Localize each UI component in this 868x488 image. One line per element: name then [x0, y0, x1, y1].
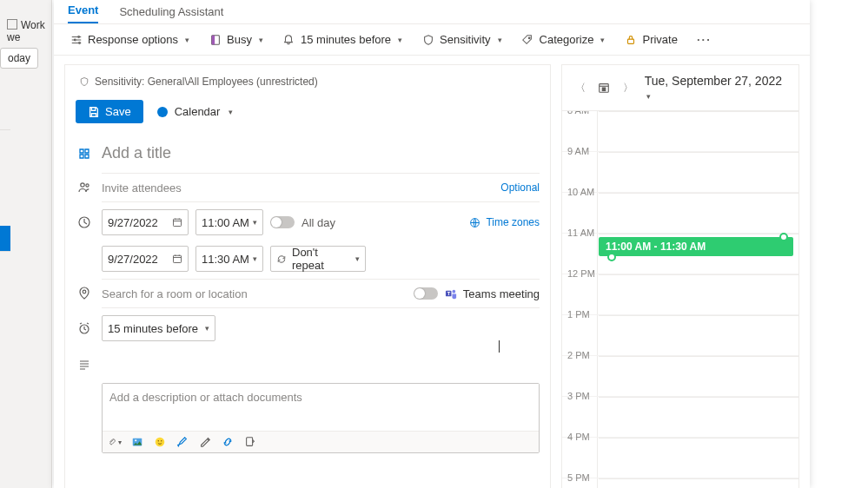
- svg-text:T: T: [447, 291, 451, 296]
- event-preview-block[interactable]: 11:00 AM - 11:30 AM: [599, 237, 793, 256]
- background-calendar: Work we oday: [0, 0, 52, 488]
- hour-label: 12 PM: [567, 268, 597, 279]
- attendees-input[interactable]: [102, 181, 494, 195]
- tab-event[interactable]: Event: [68, 3, 98, 23]
- calendar-selector[interactable]: Calendar ▾: [157, 105, 234, 118]
- chevron-down-icon: ▾: [185, 36, 189, 44]
- hour-label: 11 AM: [567, 228, 597, 238]
- shield-icon: [421, 33, 434, 46]
- description-box: ▾: [102, 383, 540, 453]
- event-dialog: Event Scheduling Assistant Response opti…: [54, 0, 810, 488]
- format-icon[interactable]: [76, 147, 93, 161]
- svg-rect-20: [247, 438, 253, 446]
- more-button[interactable]: ···: [690, 30, 719, 49]
- day-date-label[interactable]: Tue, September 27, 2022 ▾: [645, 74, 788, 102]
- svg-rect-9: [174, 255, 182, 262]
- end-time-field[interactable]: 11:30 AM ▾: [195, 246, 263, 272]
- calendar-icon: [172, 217, 182, 228]
- calendar-icon: [172, 254, 182, 264]
- lock-icon: [624, 33, 637, 46]
- svg-point-19: [161, 440, 162, 441]
- save-button[interactable]: Save: [76, 100, 143, 123]
- repeat-field[interactable]: Don't repeat ▾: [270, 246, 366, 272]
- chevron-down-icon: ▾: [355, 254, 360, 263]
- sensitivity-dropdown[interactable]: Sensitivity ▾: [414, 30, 509, 49]
- dialog-tabs: Event Scheduling Assistant: [54, 0, 810, 24]
- link-icon[interactable]: [221, 435, 235, 449]
- goto-today-button[interactable]: [597, 80, 613, 96]
- private-button[interactable]: Private: [617, 30, 684, 49]
- next-day-button[interactable]: 〉: [620, 80, 636, 96]
- svg-rect-7: [174, 219, 182, 226]
- hour-label: 4 PM: [567, 432, 597, 442]
- svg-point-17: [156, 438, 165, 447]
- today-button: oday: [0, 48, 38, 69]
- start-date-field[interactable]: 9/27/2022: [102, 209, 189, 235]
- hour-label: 3 PM: [567, 391, 597, 401]
- busy-status-button[interactable]: Busy ▾: [202, 30, 270, 49]
- event-form: Sensitivity: General\All Employees (unre…: [64, 64, 551, 488]
- hour-label: 1 PM: [567, 309, 597, 320]
- svg-point-16: [135, 439, 136, 441]
- alarm-icon: [76, 321, 93, 335]
- timezones-button[interactable]: Time zones: [469, 216, 540, 228]
- attach-icon[interactable]: ▾: [108, 435, 122, 449]
- prev-day-button[interactable]: 〈: [573, 80, 588, 96]
- reminder-field[interactable]: 15 minutes before ▾: [102, 315, 215, 341]
- svg-point-13: [452, 289, 455, 293]
- svg-point-5: [86, 184, 89, 187]
- teams-meeting-label: T Teams meeting: [445, 287, 540, 300]
- svg-point-4: [81, 183, 84, 187]
- hour-label: 5 PM: [567, 472, 597, 483]
- allday-toggle[interactable]: [270, 216, 295, 228]
- hours-grid[interactable]: 8 AM 9 AM 10 AM 11 AM 12 PM 1 PM 2 PM 3 …: [562, 111, 798, 488]
- highlight-icon[interactable]: [176, 435, 189, 449]
- chevron-down-icon: ▾: [229, 108, 233, 116]
- reminder-dropdown[interactable]: 15 minutes before ▾: [275, 30, 409, 49]
- description-textarea[interactable]: [103, 384, 539, 431]
- text-caret: [499, 340, 500, 353]
- hour-label: 9 AM: [567, 146, 597, 156]
- allday-label: All day: [301, 216, 335, 229]
- teams-toggle[interactable]: [414, 287, 438, 300]
- categorize-dropdown[interactable]: Categorize ▾: [514, 30, 613, 49]
- description-toolbar: ▾: [103, 431, 539, 452]
- event-resize-top[interactable]: [779, 233, 788, 241]
- chevron-down-icon: ▾: [646, 92, 651, 101]
- title-input[interactable]: [102, 141, 540, 166]
- insert-icon[interactable]: [243, 435, 257, 449]
- draw-icon[interactable]: [198, 435, 212, 449]
- svg-rect-22: [603, 88, 606, 91]
- sensitivity-banner: Sensitivity: General\All Employees (unre…: [76, 76, 540, 88]
- chevron-down-icon: ▾: [498, 36, 502, 44]
- hour-label: 10 AM: [567, 187, 597, 197]
- day-preview: 〈 〉 Tue, September 27, 2022 ▾ 8 AM 9 AM …: [561, 64, 799, 488]
- response-options-button[interactable]: Response options ▾: [63, 30, 196, 49]
- svg-point-2: [528, 36, 530, 38]
- location-icon: [76, 287, 93, 300]
- svg-point-10: [83, 290, 86, 293]
- more-icon: ···: [697, 33, 712, 46]
- event-resize-bottom[interactable]: [607, 253, 616, 261]
- shield-icon: [79, 76, 89, 87]
- end-date-field[interactable]: 9/27/2022: [102, 246, 189, 272]
- teams-icon: T: [445, 287, 458, 300]
- emoji-icon[interactable]: [153, 435, 167, 449]
- svg-rect-3: [627, 39, 633, 43]
- hour-label: 8 AM: [567, 111, 597, 115]
- event-toolbar: Response options ▾ Busy ▾ 15 minutes bef…: [54, 24, 810, 56]
- bell-icon: [282, 33, 295, 46]
- repeat-icon: [276, 254, 287, 265]
- sliders-icon: [70, 33, 83, 46]
- description-icon: [76, 352, 93, 373]
- svg-rect-1: [211, 35, 215, 44]
- tab-scheduling-assistant[interactable]: Scheduling Assistant: [119, 5, 223, 23]
- optional-attendees-button[interactable]: Optional: [500, 181, 540, 194]
- location-input[interactable]: [102, 287, 407, 300]
- chevron-down-icon: ▾: [398, 36, 402, 44]
- tag-icon: [521, 33, 534, 46]
- start-time-field[interactable]: 11:00 AM ▾: [195, 209, 263, 235]
- hour-label: 2 PM: [567, 350, 597, 360]
- image-icon[interactable]: [130, 435, 144, 449]
- chevron-down-icon: ▾: [205, 324, 209, 333]
